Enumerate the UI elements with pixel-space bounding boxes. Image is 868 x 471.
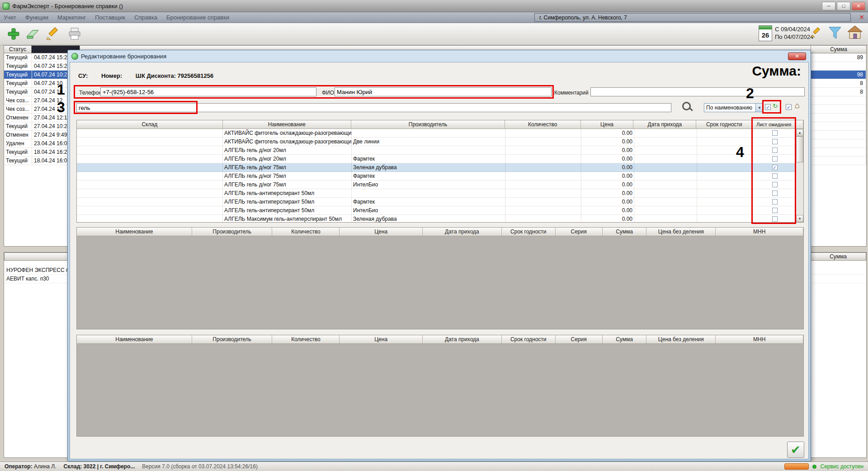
product-row[interactable]: АКТИВАЙС фитогель охлаждающе-разогревающ…: [77, 138, 803, 146]
column-header[interactable]: Срок годности: [696, 120, 752, 129]
product-row[interactable]: АЛГЕЛЬ гель-антиперспирант 50млИнтелБио0…: [77, 206, 803, 215]
waiting-checkbox[interactable]: [772, 208, 778, 213]
waiting-checkbox[interactable]: [772, 199, 778, 205]
stock-only-checkbox[interactable]: ✓: [786, 104, 792, 110]
products-scrollbar[interactable]: ▲ ▼: [796, 129, 803, 222]
column-header[interactable]: Срок годности: [502, 335, 556, 344]
eraser-button[interactable]: [25, 27, 40, 42]
product-row[interactable]: АЛГЕЛЬ Максимум гель-антиперспирант 50мл…: [77, 215, 803, 223]
column-header[interactable]: Дата прихода: [423, 335, 502, 344]
calendar-button[interactable]: 26: [759, 25, 772, 41]
column-header[interactable]: Количество: [272, 228, 340, 236]
home-button[interactable]: [846, 24, 863, 43]
waiting-checkbox[interactable]: ✓: [772, 165, 778, 170]
column-header[interactable]: Лист ожидания: [752, 120, 796, 129]
waiting-cell[interactable]: [753, 146, 797, 155]
minimize-icon[interactable]: ─: [822, 2, 835, 10]
dialog-title-bar[interactable]: Редактирование бронирования: [68, 50, 811, 62]
search-input[interactable]: [76, 103, 671, 112]
waiting-checkbox[interactable]: [772, 190, 778, 196]
scroll-down-icon[interactable]: ▼: [796, 215, 803, 222]
product-row[interactable]: АКТИВАЙС фитогель охлаждающе-разогревающ…: [77, 129, 803, 138]
add-button[interactable]: [7, 27, 20, 42]
close-icon[interactable]: ✕: [852, 2, 865, 10]
search-icon[interactable]: [681, 101, 693, 113]
menu-item[interactable]: Маркетинг: [57, 14, 86, 21]
sort-combo[interactable]: По наименованию ▼: [704, 103, 764, 112]
column-header[interactable]: Сумма: [603, 335, 647, 344]
column-header[interactable]: МНН: [716, 228, 803, 236]
waiting-checkbox[interactable]: [772, 156, 778, 162]
column-header[interactable]: МНН: [716, 335, 803, 344]
auto-search-checkbox[interactable]: ✓: [765, 104, 771, 110]
filter-button[interactable]: [827, 25, 843, 42]
menu-item[interactable]: Справка: [134, 14, 157, 21]
product-row[interactable]: АЛГЕЛЬ гель-антиперспирант 50мл0.00: [77, 189, 803, 198]
waiting-checkbox[interactable]: [772, 182, 778, 187]
date-from-label[interactable]: С 09/04/2024: [775, 25, 813, 33]
column-header[interactable]: Сумма: [603, 228, 647, 236]
print-button[interactable]: [68, 27, 81, 42]
column-header[interactable]: Цена: [340, 335, 423, 344]
scroll-thumb[interactable]: [796, 136, 803, 162]
column-header[interactable]: Цена без деления: [646, 335, 716, 344]
sum-column-header[interactable]: Сумма: [811, 45, 867, 53]
menu-item[interactable]: Функции: [25, 14, 48, 21]
waiting-cell[interactable]: [753, 129, 797, 138]
waiting-cell[interactable]: [753, 172, 797, 181]
fio-input[interactable]: [335, 87, 552, 96]
home-small-icon[interactable]: ⌂: [795, 101, 800, 110]
status-column-header[interactable]: Статус: [4, 45, 32, 53]
maximize-icon[interactable]: □: [837, 2, 850, 10]
column-header[interactable]: Производитель: [192, 335, 273, 344]
product-row[interactable]: АЛГЕЛЬ гель-антиперспирант 50млФармтек0.…: [77, 198, 803, 206]
column-header[interactable]: Дата прихода: [423, 228, 502, 236]
waiting-cell[interactable]: [753, 206, 797, 215]
scroll-track[interactable]: [796, 162, 803, 215]
column-header[interactable]: Производитель: [192, 228, 273, 236]
dialog-close-button[interactable]: ✕: [788, 52, 806, 60]
column-header[interactable]: Срок годности: [502, 228, 556, 236]
menu-item[interactable]: Учет: [4, 14, 16, 21]
items-sum-column-header[interactable]: Сумма: [811, 252, 866, 261]
chevron-down-icon[interactable]: ▼: [755, 104, 763, 112]
column-header[interactable]: Серия: [556, 228, 603, 236]
column-header[interactable]: Наименование: [223, 120, 352, 129]
waiting-cell[interactable]: [753, 181, 797, 189]
column-header[interactable]: Наименование: [77, 335, 192, 344]
scroll-up-icon[interactable]: ▲: [796, 129, 803, 136]
menu-item[interactable]: Поставщик: [95, 14, 125, 21]
column-header[interactable]: Склад: [77, 120, 223, 129]
column-header[interactable]: Серия: [556, 335, 603, 344]
product-row[interactable]: АЛГЕЛЬ гель д/ног 75млИнтелБио0.00: [77, 181, 803, 189]
waiting-cell[interactable]: ✓: [753, 163, 797, 172]
column-header[interactable]: Количество: [272, 335, 340, 344]
waiting-cell[interactable]: [753, 189, 797, 198]
menu-item[interactable]: Бронирование справки: [166, 14, 229, 21]
waiting-checkbox[interactable]: [772, 147, 778, 153]
column-header[interactable]: Цена: [581, 120, 634, 129]
confirm-button[interactable]: ✔: [787, 442, 804, 458]
waiting-cell[interactable]: [753, 198, 797, 206]
waiting-cell[interactable]: [753, 138, 797, 146]
product-row[interactable]: АЛГЕЛЬ гель д/ног 20мл0.00: [77, 146, 803, 155]
product-row[interactable]: АЛГЕЛЬ гель д/ног 20млФармтек0.00: [77, 155, 803, 163]
column-header[interactable]: Цена: [340, 228, 423, 236]
waiting-checkbox[interactable]: [772, 216, 778, 222]
product-row[interactable]: АЛГЕЛЬ гель д/ног 75млЗеленая дубрава0.0…: [77, 163, 803, 172]
column-header[interactable]: Производитель: [351, 120, 505, 129]
waiting-cell[interactable]: [753, 215, 797, 223]
column-header[interactable]: Цена без деления: [646, 228, 716, 236]
column-header[interactable]: Дата прихода: [633, 120, 696, 129]
waiting-cell[interactable]: [753, 155, 797, 163]
waiting-checkbox[interactable]: [772, 173, 778, 179]
date-to-label[interactable]: По 04/07/2024: [775, 33, 813, 41]
column-header[interactable]: Количество: [505, 120, 581, 129]
waiting-checkbox[interactable]: [772, 139, 778, 144]
edit-dates-button[interactable]: [811, 27, 820, 39]
refresh-icon[interactable]: ↻: [773, 102, 778, 109]
column-header[interactable]: Наименование: [77, 228, 192, 236]
product-row[interactable]: АЛГЕЛЬ гель д/ног 75млФармтек0.00: [77, 172, 803, 181]
waiting-checkbox[interactable]: [772, 130, 778, 136]
comment-input[interactable]: [590, 87, 805, 96]
